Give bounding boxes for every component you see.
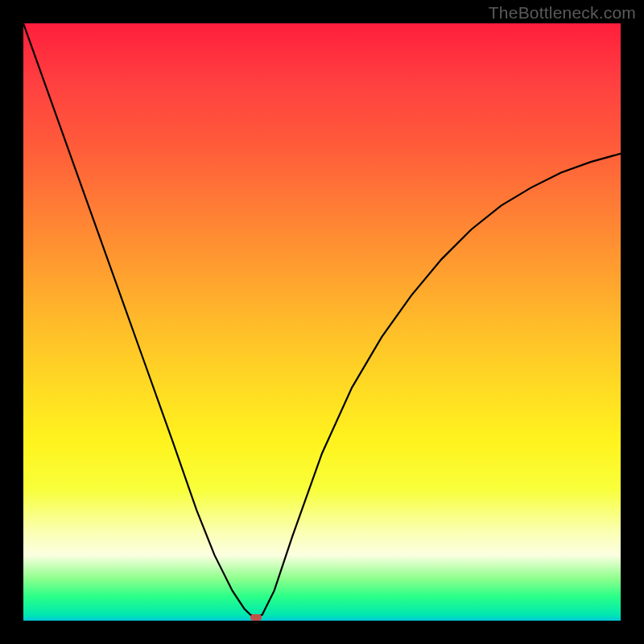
bottleneck-curve [23, 23, 621, 617]
chart-frame: TheBottleneck.com [0, 0, 644, 644]
plot-area [23, 23, 621, 621]
minimum-marker [250, 614, 262, 621]
curve-layer [23, 23, 621, 621]
watermark-text: TheBottleneck.com [489, 3, 636, 23]
